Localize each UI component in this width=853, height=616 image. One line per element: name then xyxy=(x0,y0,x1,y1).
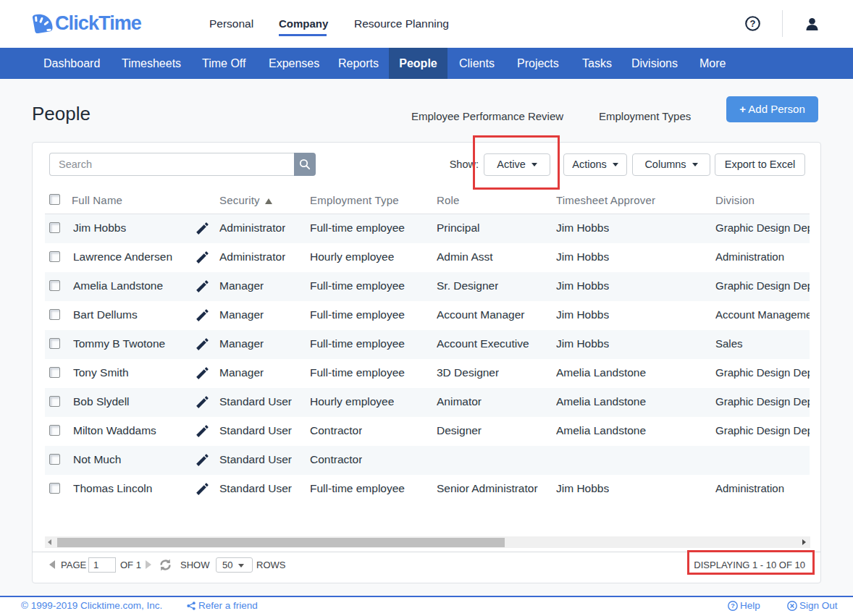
svg-text:?: ? xyxy=(750,18,756,29)
svg-text:?: ? xyxy=(731,602,735,609)
